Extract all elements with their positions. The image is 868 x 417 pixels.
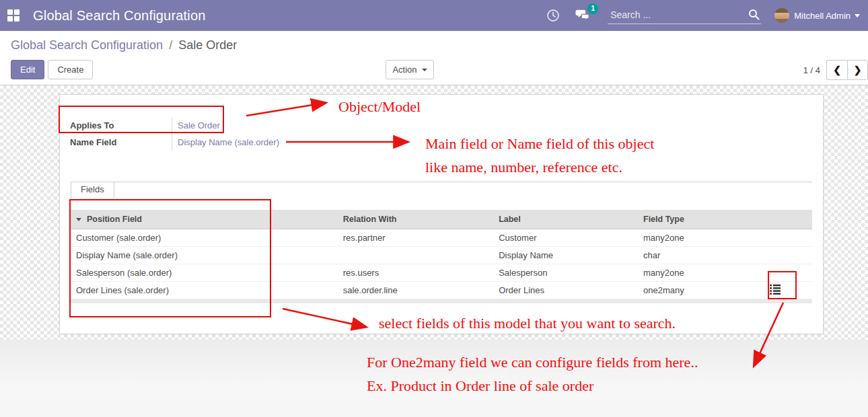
cell-actions xyxy=(764,281,812,299)
pager-count: 1 / 4 xyxy=(803,65,820,75)
column-header-actions xyxy=(764,210,812,229)
record-pager: 1 / 4 ❮ ❯ xyxy=(803,60,868,80)
cell-relation[interactable]: res.users xyxy=(338,264,493,281)
cell-type[interactable]: one2many xyxy=(638,281,764,299)
form-field-group: Applies To Sale Order Name Field Display… xyxy=(70,117,812,151)
table-header-row: Position Field Relation With Label Field… xyxy=(71,210,812,229)
cell-label[interactable]: Order Lines xyxy=(493,281,638,299)
breadcrumb-parent-link[interactable]: Global Search Configuration xyxy=(11,38,163,52)
chevron-down-icon xyxy=(422,69,427,71)
user-name: Mitchell Admin xyxy=(794,11,851,21)
control-panel: Global Search Configuration / Sale Order… xyxy=(0,31,868,85)
breadcrumb: Global Search Configuration / Sale Order xyxy=(11,38,237,52)
table-row[interactable]: Display Name (sale.order) Display Name c… xyxy=(71,246,812,264)
messages-chat-icon[interactable]: 1 xyxy=(575,8,590,23)
column-header-position-field[interactable]: Position Field xyxy=(71,210,338,229)
table-row[interactable]: Salesperson (sale.order) res.users Sales… xyxy=(71,264,812,281)
sort-caret-icon xyxy=(76,218,81,221)
app-title: Global Search Configuration xyxy=(33,8,206,24)
cell-type[interactable]: char xyxy=(638,246,764,264)
cell-label[interactable]: Salesperson xyxy=(493,264,638,281)
odoo-app-window: Global Search Configuration 1 Mitc xyxy=(0,0,868,417)
chevron-down-icon xyxy=(855,14,860,17)
page-footer-background xyxy=(0,340,868,417)
tab-fields[interactable]: Fields xyxy=(71,182,114,198)
pager-previous-button[interactable]: ❮ xyxy=(826,60,847,80)
user-menu[interactable]: Mitchell Admin xyxy=(774,8,863,23)
table-row[interactable]: Order Lines (sale.order) sale.order.line… xyxy=(71,281,812,299)
breadcrumb-separator: / xyxy=(169,38,172,52)
cell-actions xyxy=(764,229,812,246)
top-navbar: Global Search Configuration 1 Mitc xyxy=(0,0,868,31)
form-view-background: Applies To Sale Order Name Field Display… xyxy=(0,85,868,340)
notebook-tabs: Fields xyxy=(71,182,812,197)
search-input[interactable] xyxy=(608,7,761,24)
name-field-row: Name Field Display Name (sale.order) xyxy=(70,134,812,151)
cell-position[interactable]: Customer (sale.order) xyxy=(71,229,338,246)
cell-label[interactable]: Customer xyxy=(493,229,638,246)
action-dropdown-button[interactable]: Action xyxy=(386,60,434,79)
column-header-relation-with[interactable]: Relation With xyxy=(338,210,493,229)
search-icon[interactable] xyxy=(748,9,760,20)
cell-position[interactable]: Salesperson (sale.order) xyxy=(71,264,338,281)
applies-to-row: Applies To Sale Order xyxy=(70,117,812,134)
cell-relation[interactable] xyxy=(338,246,493,264)
notebook: Fields Position Field Relation With Labe… xyxy=(71,182,812,303)
fields-table: Position Field Relation With Label Field… xyxy=(71,210,812,299)
activities-clock-icon[interactable] xyxy=(546,8,560,23)
pager-next-button[interactable]: ❯ xyxy=(847,60,868,80)
user-avatar xyxy=(774,8,789,23)
breadcrumb-current: Sale Order xyxy=(178,38,237,52)
create-button[interactable]: Create xyxy=(48,60,93,79)
cell-type[interactable]: many2one xyxy=(638,264,764,281)
cell-actions xyxy=(764,264,812,281)
cell-position[interactable]: Order Lines (sale.order) xyxy=(71,281,338,299)
edit-button[interactable]: Edit xyxy=(11,60,44,79)
table-bottom-strip xyxy=(71,299,812,303)
message-count-badge: 1 xyxy=(587,3,598,14)
cell-actions xyxy=(764,246,812,264)
action-label: Action xyxy=(392,65,417,75)
navbar-search xyxy=(608,7,761,24)
cell-relation[interactable]: sale.order.line xyxy=(338,281,493,299)
apps-menu-icon[interactable] xyxy=(7,9,20,22)
name-field-value-link[interactable]: Display Name (sale.order) xyxy=(172,134,320,151)
cell-position[interactable]: Display Name (sale.order) xyxy=(71,246,338,264)
cell-relation[interactable]: res.partner xyxy=(338,229,493,246)
cell-type[interactable]: many2one xyxy=(638,229,764,246)
applies-to-label: Applies To xyxy=(70,117,172,134)
cell-label[interactable]: Display Name xyxy=(493,246,638,264)
configure-subfields-list-icon[interactable] xyxy=(769,284,781,295)
name-field-label: Name Field xyxy=(70,134,172,151)
applies-to-value-link[interactable]: Sale Order xyxy=(172,117,320,134)
table-row[interactable]: Customer (sale.order) res.partner Custom… xyxy=(71,229,812,246)
column-header-label[interactable]: Label xyxy=(493,210,638,229)
form-sheet: Applies To Sale Order Name Field Display… xyxy=(59,94,824,334)
column-header-field-type[interactable]: Field Type xyxy=(638,210,764,229)
